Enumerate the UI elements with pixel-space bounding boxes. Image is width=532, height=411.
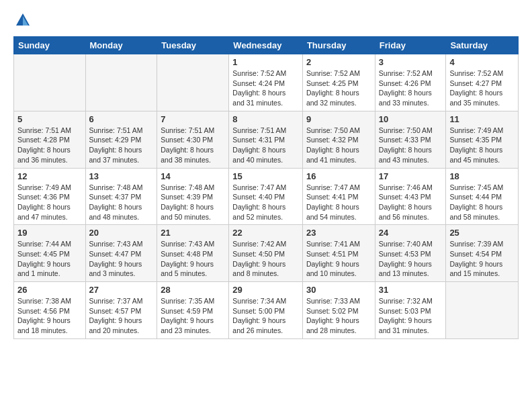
day-number: 16: [306, 171, 371, 181]
day-number: 20: [89, 228, 154, 238]
calendar-week-2: 5Sunrise: 7:51 AM Sunset: 4:28 PM Daylig…: [14, 111, 519, 168]
calendar-cell: 24Sunrise: 7:40 AM Sunset: 4:53 PM Dayli…: [375, 225, 446, 282]
day-info: Sunrise: 7:46 AM Sunset: 4:43 PM Dayligh…: [379, 183, 443, 222]
day-number: 18: [449, 171, 515, 181]
day-info: Sunrise: 7:50 AM Sunset: 4:32 PM Dayligh…: [306, 126, 371, 165]
calendar-header-friday: Friday: [375, 37, 446, 54]
calendar-cell: 23Sunrise: 7:41 AM Sunset: 4:51 PM Dayli…: [302, 225, 375, 282]
day-info: Sunrise: 7:43 AM Sunset: 4:47 PM Dayligh…: [89, 239, 154, 279]
calendar-cell: [85, 54, 157, 111]
calendar-cell: 21Sunrise: 7:43 AM Sunset: 4:48 PM Dayli…: [157, 225, 229, 282]
day-number: 31: [379, 285, 443, 295]
calendar-header-monday: Monday: [85, 37, 157, 54]
day-number: 8: [232, 114, 299, 124]
day-number: 15: [232, 171, 299, 181]
calendar-cell: 19Sunrise: 7:44 AM Sunset: 4:45 PM Dayli…: [14, 225, 86, 282]
day-info: Sunrise: 7:52 AM Sunset: 4:24 PM Dayligh…: [232, 68, 299, 108]
calendar-cell: 4Sunrise: 7:52 AM Sunset: 4:27 PM Daylig…: [446, 54, 519, 111]
day-info: Sunrise: 7:33 AM Sunset: 5:02 PM Dayligh…: [306, 296, 371, 336]
day-info: Sunrise: 7:45 AM Sunset: 4:44 PM Dayligh…: [449, 183, 515, 222]
day-info: Sunrise: 7:51 AM Sunset: 4:28 PM Dayligh…: [17, 126, 82, 165]
day-number: 6: [89, 114, 154, 124]
day-info: Sunrise: 7:38 AM Sunset: 4:56 PM Dayligh…: [17, 296, 82, 336]
day-number: 2: [306, 57, 371, 67]
day-number: 3: [379, 57, 443, 67]
calendar-cell: 1Sunrise: 7:52 AM Sunset: 4:24 PM Daylig…: [229, 54, 303, 111]
calendar-header-row: SundayMondayTuesdayWednesdayThursdayFrid…: [14, 37, 519, 54]
calendar-cell: 5Sunrise: 7:51 AM Sunset: 4:28 PM Daylig…: [14, 111, 86, 168]
day-info: Sunrise: 7:52 AM Sunset: 4:26 PM Dayligh…: [379, 68, 443, 108]
day-info: Sunrise: 7:43 AM Sunset: 4:48 PM Dayligh…: [161, 239, 225, 279]
calendar-cell: 16Sunrise: 7:47 AM Sunset: 4:41 PM Dayli…: [302, 168, 375, 225]
calendar-cell: 26Sunrise: 7:38 AM Sunset: 4:56 PM Dayli…: [14, 282, 86, 339]
day-number: 4: [449, 57, 515, 67]
calendar-cell: 22Sunrise: 7:42 AM Sunset: 4:50 PM Dayli…: [229, 225, 303, 282]
day-info: Sunrise: 7:44 AM Sunset: 4:45 PM Dayligh…: [17, 239, 82, 279]
day-info: Sunrise: 7:50 AM Sunset: 4:33 PM Dayligh…: [379, 126, 443, 165]
day-info: Sunrise: 7:48 AM Sunset: 4:39 PM Dayligh…: [161, 183, 225, 222]
day-number: 28: [161, 285, 225, 295]
calendar-week-1: 1Sunrise: 7:52 AM Sunset: 4:24 PM Daylig…: [14, 54, 519, 111]
calendar-cell: 17Sunrise: 7:46 AM Sunset: 4:43 PM Dayli…: [375, 168, 446, 225]
day-number: 13: [89, 171, 154, 181]
day-info: Sunrise: 7:47 AM Sunset: 4:41 PM Dayligh…: [306, 183, 371, 222]
day-number: 1: [232, 57, 299, 67]
day-number: 17: [379, 171, 443, 181]
day-number: 27: [89, 285, 154, 295]
day-info: Sunrise: 7:51 AM Sunset: 4:31 PM Dayligh…: [232, 126, 299, 165]
calendar-cell: 10Sunrise: 7:50 AM Sunset: 4:33 PM Dayli…: [375, 111, 446, 168]
calendar-cell: 3Sunrise: 7:52 AM Sunset: 4:26 PM Daylig…: [375, 54, 446, 111]
day-number: 19: [17, 228, 82, 238]
calendar-cell: 20Sunrise: 7:43 AM Sunset: 4:47 PM Dayli…: [85, 225, 157, 282]
calendar-cell: 31Sunrise: 7:32 AM Sunset: 5:03 PM Dayli…: [375, 282, 446, 339]
day-number: 22: [232, 228, 299, 238]
calendar-cell: 13Sunrise: 7:48 AM Sunset: 4:37 PM Dayli…: [85, 168, 157, 225]
day-info: Sunrise: 7:51 AM Sunset: 4:30 PM Dayligh…: [161, 126, 225, 165]
calendar-cell: 28Sunrise: 7:35 AM Sunset: 4:59 PM Dayli…: [157, 282, 229, 339]
calendar-cell: 6Sunrise: 7:51 AM Sunset: 4:29 PM Daylig…: [85, 111, 157, 168]
day-number: 12: [17, 171, 82, 181]
calendar-cell: [157, 54, 229, 111]
day-number: 26: [17, 285, 82, 295]
day-info: Sunrise: 7:41 AM Sunset: 4:51 PM Dayligh…: [306, 239, 371, 279]
calendar-cell: 18Sunrise: 7:45 AM Sunset: 4:44 PM Dayli…: [446, 168, 519, 225]
day-number: 5: [17, 114, 82, 124]
header: [13, 11, 519, 30]
calendar-cell: 14Sunrise: 7:48 AM Sunset: 4:39 PM Dayli…: [157, 168, 229, 225]
day-info: Sunrise: 7:35 AM Sunset: 4:59 PM Dayligh…: [161, 296, 225, 336]
calendar-cell: 2Sunrise: 7:52 AM Sunset: 4:25 PM Daylig…: [302, 54, 375, 111]
day-info: Sunrise: 7:42 AM Sunset: 4:50 PM Dayligh…: [232, 239, 299, 279]
calendar-cell: 25Sunrise: 7:39 AM Sunset: 4:54 PM Dayli…: [446, 225, 519, 282]
calendar-cell: [446, 282, 519, 339]
day-info: Sunrise: 7:37 AM Sunset: 4:57 PM Dayligh…: [89, 296, 154, 336]
calendar-week-3: 12Sunrise: 7:49 AM Sunset: 4:36 PM Dayli…: [14, 168, 519, 225]
day-info: Sunrise: 7:49 AM Sunset: 4:36 PM Dayligh…: [17, 183, 82, 222]
calendar-cell: 11Sunrise: 7:49 AM Sunset: 4:35 PM Dayli…: [446, 111, 519, 168]
calendar-cell: [14, 54, 86, 111]
day-info: Sunrise: 7:49 AM Sunset: 4:35 PM Dayligh…: [449, 126, 515, 165]
day-number: 21: [161, 228, 225, 238]
calendar-cell: 15Sunrise: 7:47 AM Sunset: 4:40 PM Dayli…: [229, 168, 303, 225]
day-info: Sunrise: 7:32 AM Sunset: 5:03 PM Dayligh…: [379, 296, 443, 336]
calendar-header-saturday: Saturday: [446, 37, 519, 54]
day-info: Sunrise: 7:39 AM Sunset: 4:54 PM Dayligh…: [449, 239, 515, 279]
day-info: Sunrise: 7:52 AM Sunset: 4:27 PM Dayligh…: [449, 68, 515, 108]
day-info: Sunrise: 7:47 AM Sunset: 4:40 PM Dayligh…: [232, 183, 299, 222]
logo-icon: [13, 11, 32, 30]
day-number: 7: [161, 114, 225, 124]
calendar-week-5: 26Sunrise: 7:38 AM Sunset: 4:56 PM Dayli…: [14, 282, 519, 339]
calendar-header-wednesday: Wednesday: [229, 37, 303, 54]
day-info: Sunrise: 7:52 AM Sunset: 4:25 PM Dayligh…: [306, 68, 371, 108]
calendar-cell: 30Sunrise: 7:33 AM Sunset: 5:02 PM Dayli…: [302, 282, 375, 339]
day-number: 14: [161, 171, 225, 181]
day-number: 23: [306, 228, 371, 238]
day-number: 29: [232, 285, 299, 295]
day-info: Sunrise: 7:34 AM Sunset: 5:00 PM Dayligh…: [232, 296, 299, 336]
day-number: 10: [379, 114, 443, 124]
day-number: 11: [449, 114, 515, 124]
calendar-table: SundayMondayTuesdayWednesdayThursdayFrid…: [13, 36, 519, 339]
day-number: 24: [379, 228, 443, 238]
day-info: Sunrise: 7:51 AM Sunset: 4:29 PM Dayligh…: [89, 126, 154, 165]
page: SundayMondayTuesdayWednesdayThursdayFrid…: [0, 0, 532, 346]
calendar-header-sunday: Sunday: [14, 37, 86, 54]
